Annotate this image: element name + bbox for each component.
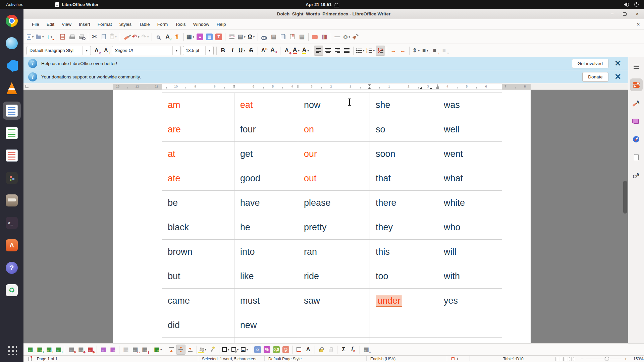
insert-text-box-button[interactable]: T [214,32,223,42]
italic-button[interactable]: I [228,46,237,56]
horizontal-ruler[interactable]: 1312111098765432112345678 [23,84,628,90]
table-cell[interactable]: on [298,117,370,142]
book-view-icon[interactable] [569,357,574,361]
table-cell[interactable]: like [234,264,298,289]
text-language[interactable]: English (USA) [370,357,395,361]
table-cell[interactable]: he [234,215,298,240]
insert-special-character-dropdown-icon[interactable]: ▾ [253,35,255,39]
table-styles-button[interactable]: ▦▾ [153,345,163,355]
table-cell[interactable]: too [370,264,438,289]
sidebar-tab-page-deck[interactable] [630,151,643,164]
underline-button[interactable]: U▾ [237,46,247,56]
date-format-button[interactable]: @ [281,345,290,355]
menu-insert[interactable]: Insert [75,20,94,28]
overwrite-mode-icon[interactable]: I [457,357,458,362]
ruler-column-marker[interactable] [298,85,299,88]
infobar-close-icon[interactable]: ✕ [612,59,623,67]
menu-table[interactable]: Table [135,20,153,28]
formula-button[interactable]: fx [348,345,358,355]
table-cell[interactable]: there [370,191,438,215]
table-cell[interactable]: brown [162,240,234,264]
table-cell[interactable]: she [370,93,438,117]
dock-item-libreoffice-calc[interactable] [3,124,21,142]
table-cell[interactable]: into [234,240,298,264]
insert-field-dropdown-icon[interactable]: ▾ [244,35,246,39]
maximize-button[interactable] [623,12,627,16]
table-cell[interactable]: our [298,142,370,166]
align-bottom-button[interactable] [185,345,195,355]
infobar-close-icon[interactable]: ✕ [612,73,623,81]
page-style[interactable]: Default Page Style [268,357,302,361]
dock-item-messaging-app[interactable] [3,34,21,52]
ordered-list-dropdown-icon[interactable]: ▾ [373,49,375,52]
font-name-dropdown-icon[interactable]: ▾ [172,46,180,55]
insert-cross-reference-button[interactable]: ▤ [297,32,307,42]
basic-shapes-button[interactable]: ◇▾ [342,32,352,42]
activities-button[interactable]: Activities [0,0,29,9]
unordered-list-dropdown-icon[interactable]: ▾ [363,49,365,52]
table-cell[interactable]: am [162,93,234,117]
font-name-combo[interactable]: Segoe UI▾ [112,46,181,55]
table-cell[interactable]: that [370,166,438,191]
table-cell[interactable]: four [234,117,298,142]
window-titlebar[interactable]: Dolch_Sight_Words_Primer.docx - LibreOff… [23,9,644,19]
subscript-button[interactable]: AB [269,46,278,56]
insert-footnote-button[interactable]: ▤ [269,32,278,42]
menu-tools[interactable]: Tools [171,20,190,28]
formatting-marks-button[interactable]: ¶ [172,32,182,42]
zoom-out-button[interactable]: − [581,356,584,361]
update-style-button[interactable]: A⊘ [92,46,101,56]
selection-mode-icon[interactable] [451,357,454,360]
multi-page-view-icon[interactable] [561,357,566,361]
ruler-indent-marker[interactable] [368,84,371,89]
highlight-color-button[interactable]: A▾ [301,46,310,56]
select-table-button[interactable]: ▦ [108,345,117,355]
table-cell[interactable]: but [162,264,234,289]
minimize-button[interactable]: − [609,11,615,17]
table-cell[interactable] [438,313,502,338]
menu-styles[interactable]: Styles [116,20,136,28]
font-size-dropdown-icon[interactable]: ▾ [205,46,213,55]
insert-chart-button[interactable]: ▥ [205,32,214,42]
superscript-button[interactable]: AB [260,46,269,56]
paste-button[interactable]: ▾ [109,32,118,42]
zoom-level[interactable]: 153% [633,357,644,361]
menu-help[interactable]: Help [213,20,230,28]
sidebar-tab-style-inspector-deck[interactable] [630,169,643,182]
ruler-column-marker[interactable] [234,85,235,88]
strikethrough-button[interactable]: S [247,46,256,56]
freeform-line-button[interactable] [352,32,361,42]
select-cell-button[interactable]: ▦ [99,345,108,355]
decimal-format-button[interactable]: 0,0 [272,345,281,355]
no-list-button[interactable] [376,46,385,56]
autoformat-button[interactable] [208,345,217,355]
table-cell[interactable]: this [370,240,438,264]
undo-button[interactable]: ↶▾ [131,32,141,42]
sidebar-tab-sidebar-settings[interactable] [630,60,643,73]
table-cell[interactable]: who [438,215,502,240]
new-document-button[interactable]: ▾ [25,32,35,42]
table-cell[interactable]: will [438,240,502,264]
paragraph-style-dropdown-icon[interactable]: ▾ [83,46,91,55]
table-cell[interactable]: ate [162,166,234,191]
menu-edit[interactable]: Edit [43,20,58,28]
currency-format-button[interactable]: o [253,345,262,355]
table-cell[interactable]: new [234,313,298,338]
table-cell[interactable]: soon [370,142,438,166]
table-cell[interactable] [162,338,234,343]
line-spacing-button[interactable]: ⇕▾ [411,46,421,56]
unprotect-cells-button[interactable] [326,345,335,355]
insert-image-button[interactable]: ▲ [195,32,205,42]
table-cell[interactable]: saw [298,289,370,313]
unordered-list-button[interactable]: ▾ [355,46,366,56]
table-cell[interactable]: eat [234,93,298,117]
menu-window[interactable]: Window [190,20,213,28]
font-size-combo[interactable]: 13.5 pt▾ [183,46,214,55]
justified-button[interactable] [342,46,352,56]
table-cell[interactable] [438,338,502,343]
delete-column-button[interactable]: ▦⊗ [76,345,86,355]
sidebar-tab-properties-deck[interactable] [630,78,643,91]
table-cell[interactable]: yes [438,289,502,313]
underline-dropdown-icon[interactable]: ▾ [244,49,245,52]
close-document-icon[interactable]: × [637,21,640,28]
